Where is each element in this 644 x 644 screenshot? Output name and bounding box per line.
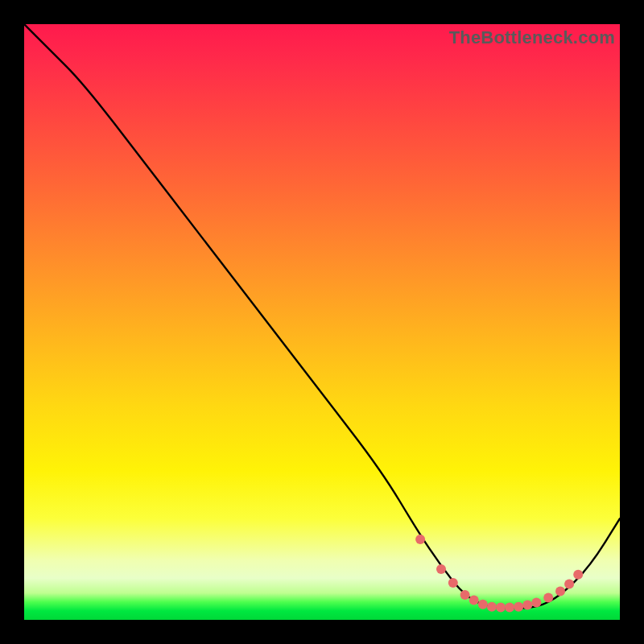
curve-layer	[24, 24, 620, 620]
plot-area: TheBottleneck.com	[24, 24, 620, 620]
marker-dot	[564, 580, 574, 589]
marker-dot	[487, 602, 497, 612]
marker-dot	[573, 570, 583, 580]
marker-dot	[478, 600, 488, 609]
marker-dot	[514, 602, 523, 612]
marker-dot	[543, 593, 553, 603]
marker-dot	[505, 603, 514, 613]
marker-dot	[436, 564, 446, 574]
marker-dot	[555, 587, 565, 597]
watermark-label: TheBottleneck.com	[449, 27, 615, 48]
marker-dot	[415, 535, 425, 544]
marker-dot	[531, 598, 541, 608]
marker-dot	[496, 603, 506, 613]
marker-dot	[469, 596, 479, 605]
bottleneck-curve	[24, 24, 620, 608]
marker-group	[415, 535, 583, 612]
marker-dot	[522, 601, 532, 610]
marker-dot	[460, 590, 470, 600]
marker-dot	[448, 578, 458, 588]
chart-stage: TheBottleneck.com	[0, 0, 644, 644]
